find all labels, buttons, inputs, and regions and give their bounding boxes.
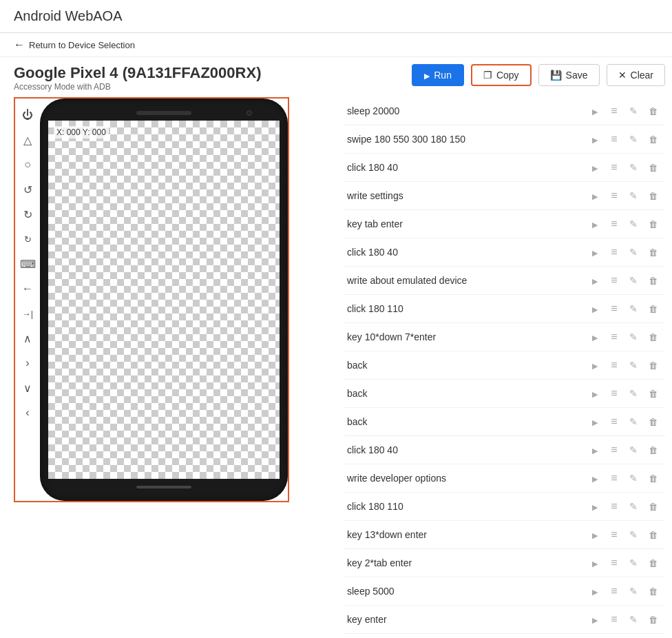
command-edit-button[interactable] [624,214,643,234]
command-edit-button[interactable] [624,299,643,318]
play-icon [592,586,598,597]
command-run-button[interactable] [585,130,605,149]
command-edit-button[interactable] [624,412,643,431]
command-delete-button[interactable] [643,525,662,544]
command-edit-button[interactable] [624,356,643,375]
command-edit-button[interactable] [624,469,643,488]
run-button[interactable]: Run [412,64,464,86]
command-edit-button[interactable] [624,271,643,290]
keyboard-button[interactable]: ⌨ [18,254,37,274]
command-delete-button[interactable] [643,582,662,601]
command-run-button[interactable] [585,158,605,177]
command-reorder-button[interactable] [605,553,624,573]
command-edit-button[interactable] [624,384,643,403]
command-reorder-button[interactable] [605,101,624,121]
command-edit-button[interactable] [624,130,643,149]
command-delete-button[interactable] [643,130,662,149]
command-reorder-button[interactable] [605,186,624,205]
command-edit-button[interactable] [624,582,643,601]
command-row: key tab enter [344,210,665,238]
command-reorder-button[interactable] [605,412,624,431]
copy-button[interactable]: Copy [471,64,532,86]
chevron-up-button[interactable]: ∧ [18,329,37,348]
command-delete-button[interactable] [643,469,662,488]
command-edit-button[interactable] [624,497,643,516]
rotate-step-button[interactable]: ↻ [18,229,37,249]
command-delete-button[interactable] [643,356,662,375]
command-run-button[interactable] [585,299,605,318]
command-delete-button[interactable] [643,271,662,290]
command-run-button[interactable] [585,271,605,290]
command-run-button[interactable] [585,101,605,121]
command-reorder-button[interactable] [605,440,624,460]
command-edit-button[interactable] [624,525,643,544]
arrow-left-button[interactable]: ← [18,279,37,298]
command-delete-button[interactable] [643,158,662,177]
command-reorder-button[interactable] [605,610,624,629]
command-edit-button[interactable] [624,101,643,121]
command-run-button[interactable] [585,469,605,488]
command-delete-button[interactable] [643,412,662,431]
command-reorder-button[interactable] [605,327,624,347]
command-run-button[interactable] [585,384,605,403]
command-reorder-button[interactable] [605,525,624,544]
command-edit-button[interactable] [624,327,643,347]
power-button[interactable]: ⏻ [18,105,37,125]
command-delete-button[interactable] [643,243,662,262]
command-edit-button[interactable] [624,186,643,205]
command-delete-button[interactable] [643,553,662,573]
chevron-left-small-button[interactable]: ‹ [18,403,37,422]
command-run-button[interactable] [585,327,605,347]
command-delete-button[interactable] [643,101,662,121]
command-edit-button[interactable] [624,610,643,629]
command-reorder-button[interactable] [605,214,624,234]
command-delete-button[interactable] [643,327,662,347]
command-edit-button[interactable] [624,243,643,262]
command-reorder-button[interactable] [605,384,624,403]
command-delete-button[interactable] [643,214,662,234]
play-icon [592,444,598,455]
command-run-button[interactable] [585,525,605,544]
command-edit-button[interactable] [624,158,643,177]
rotate-cw-button[interactable]: ↻ [18,205,37,224]
command-reorder-button[interactable] [605,158,624,177]
command-run-button[interactable] [585,214,605,234]
command-run-button[interactable] [585,582,605,601]
save-button[interactable]: Save [538,64,600,86]
command-delete-button[interactable] [643,440,662,460]
command-reorder-button[interactable] [605,469,624,488]
command-reorder-button[interactable] [605,497,624,516]
rotate-ccw-button[interactable]: ↺ [18,180,37,199]
command-delete-button[interactable] [643,384,662,403]
command-delete-button[interactable] [643,610,662,629]
command-delete-button[interactable] [643,299,662,318]
play-icon [592,529,598,540]
command-reorder-button[interactable] [605,130,624,149]
home-button[interactable]: △ [18,130,37,150]
command-reorder-button[interactable] [605,299,624,318]
command-edit-button[interactable] [624,553,643,573]
command-run-button[interactable] [585,243,605,262]
clear-button[interactable]: Clear [607,64,665,86]
command-run-button[interactable] [585,412,605,431]
phone-screen[interactable]: X: 000 Y: 000 [48,121,280,479]
chevron-down-button[interactable]: ∨ [18,378,37,398]
command-run-button[interactable] [585,440,605,460]
command-reorder-button[interactable] [605,356,624,375]
command-run-button[interactable] [585,610,605,629]
command-run-button[interactable] [585,356,605,375]
command-edit-button[interactable] [624,440,643,460]
command-run-button[interactable] [585,553,605,573]
command-run-button[interactable] [585,186,605,205]
command-reorder-button[interactable] [605,271,624,290]
command-reorder-button[interactable] [605,582,624,601]
command-delete-button[interactable] [643,186,662,205]
circle-button[interactable]: ○ [18,155,37,174]
chevron-right-button[interactable]: › [18,353,37,373]
command-delete-button[interactable] [643,497,662,516]
command-run-button[interactable] [585,497,605,516]
back-link[interactable]: ← Return to Device Selection [14,39,658,51]
arrow-right-button[interactable]: →| [18,304,37,323]
command-row: key 2*tab enter [344,549,665,577]
command-reorder-button[interactable] [605,243,624,262]
